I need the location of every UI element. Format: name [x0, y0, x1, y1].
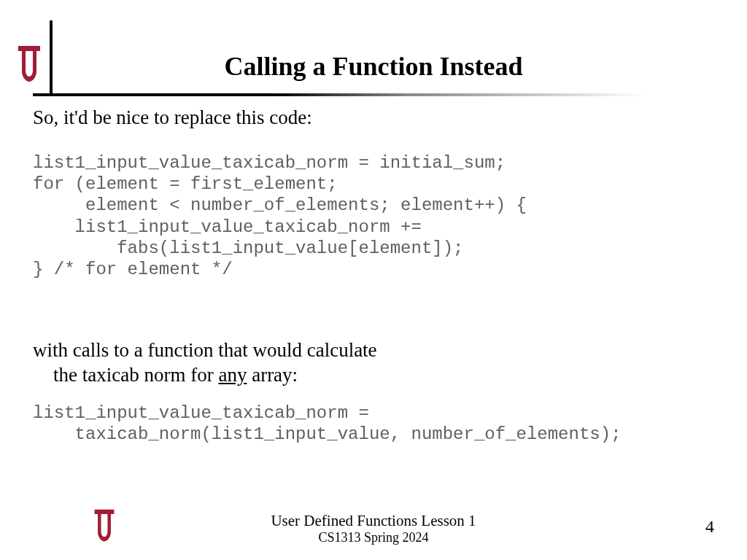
- slide-title: Calling a Function Instead: [0, 51, 747, 82]
- code-block-1: list1_input_value_taxicab_norm = initial…: [33, 152, 715, 281]
- mid-text-line2: the taxicab norm for any array:: [33, 363, 715, 388]
- slide-header: Calling a Function Instead: [0, 0, 747, 98]
- mid-post: array:: [247, 364, 298, 386]
- mid-pre: the taxicab norm for: [53, 364, 218, 386]
- page-number: 4: [705, 517, 714, 537]
- code-block-2: list1_input_value_taxicab_norm = taxicab…: [33, 402, 715, 446]
- mid-text-line1: with calls to a function that would calc…: [33, 338, 715, 363]
- footer-subtitle: CS1313 Spring 2024: [0, 530, 747, 545]
- footer-title: User Defined Functions Lesson 1: [0, 512, 747, 530]
- slide-footer: User Defined Functions Lesson 1 CS1313 S…: [0, 512, 747, 545]
- header-horizontal-rule: [33, 93, 715, 96]
- intro-text: So, it'd be nice to replace this code:: [33, 106, 715, 131]
- slide-content: So, it'd be nice to replace this code: l…: [33, 106, 715, 445]
- mid-any: any: [218, 364, 247, 386]
